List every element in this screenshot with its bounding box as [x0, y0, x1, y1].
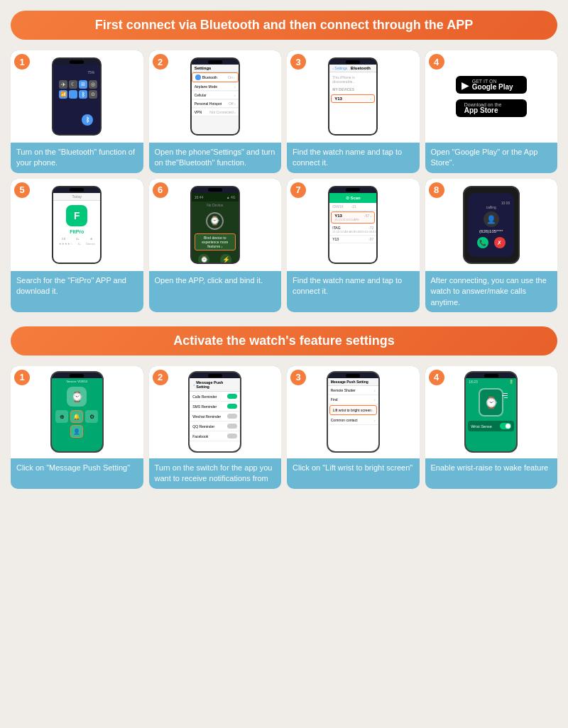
watch-call-screen: 10:00 calling 👤 (626)105**** 📞 ✗ [468, 193, 514, 257]
s2-step-1-text: Click on "Message Push Setting" [11, 458, 143, 489]
step-5-text: Search for the "FitPro" APP and download… [11, 271, 143, 312]
s2-step-4-number: 4 [429, 370, 444, 385]
step-7-card: 7 ⊙ Scan IDW16 -21 Y13 -57 › [287, 179, 420, 312]
step-1-card: 1 75% ✈ ☾ ⊞ ◎ 📶 [11, 50, 143, 173]
s2-step-1-image: 1 Version: V13653 ⌚ ⊕ 🔔 ⚙ [11, 366, 143, 458]
s2-step-2-number: 2 [153, 370, 168, 385]
step-4-number: 4 [429, 54, 444, 70]
call-buttons-container: 📞 ✗ [477, 237, 506, 248]
facebook-reminder-item: Facebook [190, 431, 240, 441]
step-6-card: 6 16:44 ▲ 4G No Device ⌚ Bind device to … [149, 179, 282, 312]
step-2-text: Open the phone"Settings" and turn on the… [149, 143, 282, 173]
phone-screen-5: Today F FitPro 2.84+⊕ ★★★★☆4+Games [53, 193, 100, 263]
fitpro-version-label: Version: V13653 [52, 378, 102, 385]
bind-device-button[interactable]: Bind device to experience more features … [195, 233, 236, 250]
fitpro-main-screen: Version: V13653 ⌚ ⊕ 🔔 ⚙ 👤 [52, 378, 102, 451]
phone-screen-6: 16:44 ▲ 4G No Device ⌚ Bind device to ex… [192, 193, 239, 263]
fitpro-label: FitPro [53, 229, 100, 234]
step-5-number: 5 [14, 182, 30, 198]
step-3-text: Find the watch name and tap to connect i… [287, 143, 420, 173]
qq-reminder-toggle[interactable] [227, 424, 237, 429]
section1-container: First connect via Bluetooth and then con… [11, 11, 557, 312]
step-1-number: 1 [14, 54, 30, 70]
step-7-text: Find the watch name and tap to connect i… [287, 271, 420, 312]
step-5-image: 5 Today F FitPro 2.84+⊕ [11, 179, 143, 271]
sms-reminder-item: SMS Reminder [190, 402, 240, 412]
common-contact-item: Common contact › [328, 416, 378, 425]
reject-call-button[interactable]: ✗ [494, 237, 506, 248]
s2-step-3-number: 3 [290, 370, 306, 385]
phone-mockup-3: ‹ Settings Bluetooth This iPhone is disc… [328, 57, 378, 136]
s2-step-1-number: 1 [14, 370, 30, 385]
phone-mockup-s2-2: ‹ Message Push Setting Calls Reminder SM… [188, 371, 241, 453]
section2-steps-grid: 1 Version: V13653 ⌚ ⊕ 🔔 ⚙ [11, 366, 557, 489]
qq-reminder-item: QQ Reminder [190, 421, 240, 431]
step-1-image: 1 75% ✈ ☾ ⊞ ◎ 📶 [11, 50, 143, 143]
step-6-number: 6 [153, 182, 168, 198]
s2-step-4-card: 4 18:23 🔋 ⌚ [425, 366, 558, 489]
s2-step-4-image: 4 18:23 🔋 ⌚ [425, 366, 558, 458]
step-6-image: 6 16:44 ▲ 4G No Device ⌚ Bind device to … [149, 179, 282, 271]
app-store-big-text: App Store [464, 107, 502, 114]
google-play-button[interactable]: ▶ GET IT ON Google Play [456, 76, 527, 94]
lift-wrist-screen: Message Push Setting Remote Shutter › Fi… [328, 378, 378, 451]
watch-mockup-8: 10:00 calling 👤 (626)105**** 📞 ✗ [463, 186, 520, 264]
step-2-image: 2 Settings Bluetooth On › Airplane Mode› [149, 50, 282, 143]
phone-screen-3: ‹ Settings Bluetooth This iPhone is disc… [329, 65, 376, 134]
watch-calling-text: calling [486, 205, 496, 209]
step-3-image: 3 ‹ Settings Bluetooth This iPhone is di… [287, 50, 420, 143]
phone-screen-7: ⊙ Scan IDW16 -21 Y13 -57 › 21:21:21:0:0:… [329, 193, 376, 263]
watch-y13-scan-item: Y13 -57 › 21:21:21:0:0:0:APE [331, 211, 375, 224]
step-2-card: 2 Settings Bluetooth On › Airplane Mode› [149, 50, 282, 173]
google-play-big-text: Google Play [472, 84, 513, 91]
phone-mockup-2: Settings Bluetooth On › Airplane Mode› C… [190, 57, 240, 136]
phone-mockup-s2-4: 18:23 🔋 ⌚ [464, 371, 518, 453]
lift-wrist-item[interactable]: Lift wrist to bright screen › [329, 405, 377, 415]
step-3-card: 3 ‹ Settings Bluetooth This iPhone is di… [287, 50, 420, 173]
step-4-card: 4 ▶ GET IT ON Google Play Download on th… [425, 50, 558, 173]
phone-mockup-1: 75% ✈ ☾ ⊞ ◎ 📶 ᛒ ⊙ [52, 57, 102, 136]
s2-step-2-text: Turn on the switch for the app you want … [149, 458, 282, 489]
sms-reminder-toggle[interactable] [227, 404, 237, 409]
watch-inner-8: 10:00 calling 👤 (626)105**** 📞 ✗ [468, 193, 514, 257]
section2-container: Activate the watch's feature settings 1 … [11, 326, 557, 489]
answer-call-button[interactable]: 📞 [477, 237, 488, 248]
app-store-button[interactable]: Download on the App Store [456, 99, 527, 117]
s2-step-3-card: 3 Message Push Setting Remote Shutter › [287, 366, 420, 489]
watch-y13-item: Y13 › [331, 94, 375, 103]
phone-mockup-s2-3: Message Push Setting Remote Shutter › Fi… [327, 371, 380, 453]
app-stores-area: ▶ GET IT ON Google Play Download on the … [452, 72, 530, 121]
msg-push-screen: ‹ Message Push Setting Calls Reminder SM… [190, 378, 240, 451]
calls-reminder-toggle[interactable] [227, 394, 237, 399]
section1-header: First connect via Bluetooth and then con… [11, 11, 557, 40]
remote-shutter-item: Remote Shutter › [328, 386, 378, 395]
s2-step-2-card: 2 ‹ Message Push Setting Calls Reminder [149, 366, 282, 489]
s2-step-4-text: Enable wrist-raise to wake feature [425, 458, 558, 489]
step-8-image: 8 10:00 calling 👤 (626)105**** 📞 [425, 179, 558, 271]
msg-push-setting-label: Message Push Setting [331, 380, 368, 384]
wechat-reminder-toggle[interactable] [227, 414, 237, 419]
phone-screen-2: Settings Bluetooth On › Airplane Mode› C… [192, 65, 239, 134]
phone-mockup-s2-1: Version: V13653 ⌚ ⊕ 🔔 ⚙ 👤 [50, 371, 104, 453]
step-4-text: Open "Google Play" or the App Store". [425, 143, 558, 173]
wrist-sense-screen: 18:23 🔋 ⌚ [466, 378, 516, 451]
lift-wrist-text: Lift wrist to bright screen [333, 408, 371, 412]
section1-title: First connect via Bluetooth and then con… [25, 18, 543, 33]
section2-header: Activate the watch's feature settings [11, 326, 557, 355]
step-8-card: 8 10:00 calling 👤 (626)105**** 📞 [425, 179, 558, 312]
step-4-image: 4 ▶ GET IT ON Google Play Download on th… [425, 50, 558, 143]
wechat-reminder-item: Wechat Reminder [190, 412, 240, 421]
msg-push-screen-title: Message Push Setting [196, 380, 236, 389]
wrist-sense-label: Wrist Sense [471, 424, 492, 429]
s2-step-3-image: 3 Message Push Setting Remote Shutter › [287, 366, 420, 458]
phone-mockup-6: 16:44 ▲ 4G No Device ⌚ Bind device to ex… [190, 186, 240, 264]
calls-reminder-item: Calls Reminder [190, 392, 240, 402]
facebook-reminder-toggle[interactable] [227, 434, 237, 439]
step-7-number: 7 [290, 182, 306, 198]
section2-title: Activate the watch's feature settings [25, 333, 543, 348]
find-item: Find › [328, 395, 378, 404]
step-8-text: After connecting, you can use the watch … [425, 271, 558, 312]
step-2-number: 2 [153, 54, 168, 70]
phone-screen-1: 75% ✈ ☾ ⊞ ◎ 📶 ᛒ ⊙ [53, 65, 100, 134]
phone-mockup-7: ⊙ Scan IDW16 -21 Y13 -57 › 21:21:21:0:0:… [328, 186, 378, 264]
